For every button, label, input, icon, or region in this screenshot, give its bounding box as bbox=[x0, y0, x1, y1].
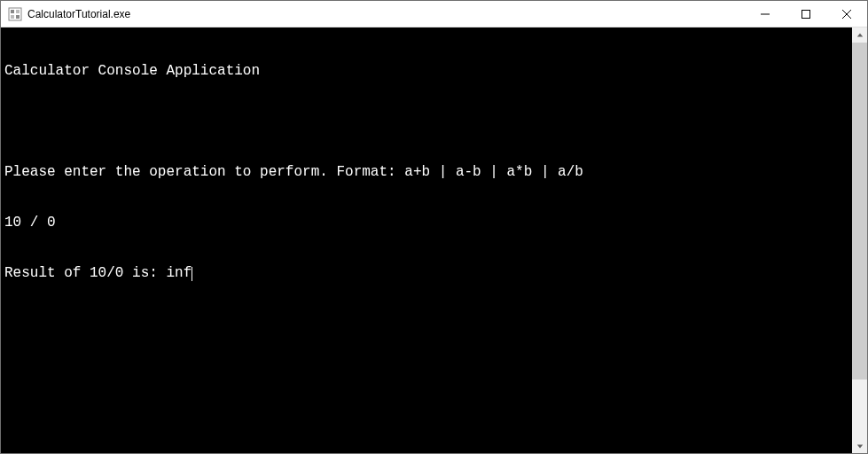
console-line: Calculator Console Application bbox=[4, 63, 848, 80]
console-line: 10 / 0 bbox=[4, 215, 848, 231]
svg-rect-6 bbox=[802, 10, 810, 18]
text-cursor bbox=[192, 267, 192, 281]
maximize-button[interactable] bbox=[786, 1, 826, 27]
svg-rect-1 bbox=[11, 10, 14, 13]
console-line: Result of 10/0 is: inf bbox=[4, 265, 848, 282]
console-line: Please enter the operation to perform. F… bbox=[4, 164, 848, 181]
scroll-thumb[interactable] bbox=[852, 43, 867, 380]
window-title: CalculatorTutorial.exe bbox=[27, 8, 130, 20]
close-button[interactable] bbox=[826, 1, 867, 27]
console-line bbox=[4, 114, 848, 130]
window-controls bbox=[745, 1, 867, 27]
app-icon bbox=[8, 7, 22, 21]
minimize-button[interactable] bbox=[745, 1, 786, 27]
scroll-track[interactable] bbox=[852, 43, 867, 438]
console-output[interactable]: Calculator Console Application Please en… bbox=[1, 27, 852, 453]
window-titlebar[interactable]: CalculatorTutorial.exe bbox=[1, 1, 867, 27]
svg-rect-2 bbox=[16, 10, 20, 13]
vertical-scrollbar[interactable] bbox=[852, 27, 867, 453]
console-text: Result of 10/0 is: inf bbox=[4, 265, 192, 281]
scroll-down-button[interactable] bbox=[852, 438, 867, 453]
svg-rect-3 bbox=[11, 15, 14, 19]
svg-rect-4 bbox=[16, 15, 20, 19]
scroll-up-button[interactable] bbox=[852, 27, 867, 43]
console-wrapper: Calculator Console Application Please en… bbox=[1, 27, 867, 453]
